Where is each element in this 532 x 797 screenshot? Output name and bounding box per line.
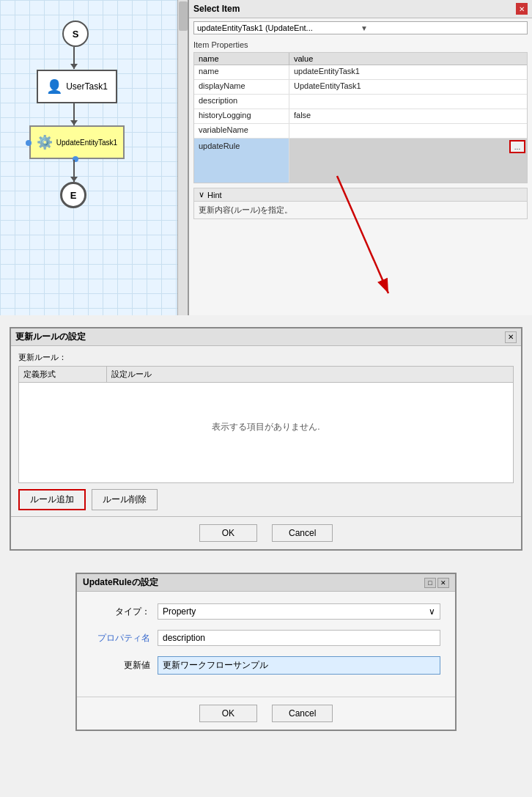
user-task-node[interactable]: 👤 UserTask1: [37, 70, 117, 103]
connector-dot-left: [26, 140, 32, 146]
prop-row-description[interactable]: description: [194, 95, 527, 109]
dialog-update-rule-footer: OK Cancel: [11, 516, 521, 549]
middle-section-wrapper: 更新ルールの設定 ✕ 更新ルール： 定義形式 設定ルール 表示する項目がありませ…: [0, 315, 532, 562]
item-properties-label: Item Properties: [189, 37, 532, 52]
diagram-scrollbar[interactable]: [177, 0, 188, 315]
settings-ok-button[interactable]: OK: [199, 705, 257, 722]
properties-close-button[interactable]: ✕: [516, 3, 528, 15]
dialog-update-rule-titlebar: 更新ルールの設定 ✕: [11, 328, 521, 346]
update-rule-cancel-button[interactable]: Cancel: [272, 524, 333, 542]
select-item-title: Select Item: [193, 4, 240, 14]
update-rule-table: 定義形式 設定ルール 表示する項目がありません.: [18, 366, 514, 483]
settings-close-button[interactable]: ✕: [437, 578, 449, 588]
update-rule-section-label: 更新ルール：: [18, 352, 514, 363]
arrow-2: [73, 103, 75, 125]
hint-header: ∨ Hint: [194, 188, 527, 202]
update-rule-ok-button[interactable]: OK: [199, 524, 257, 542]
end-node[interactable]: E: [60, 182, 86, 208]
property-name-label: プロパティ名: [92, 632, 158, 644]
type-select[interactable]: Property ∨: [158, 603, 440, 620]
update-task-node[interactable]: ⚙️ UpdateEntityTask1: [29, 125, 125, 159]
type-label: タイプ：: [92, 606, 158, 618]
prop-row-name[interactable]: name updateEntityTask1: [194, 65, 527, 80]
select-item-header: Select Item ✕: [189, 0, 532, 18]
dialog-settings-title-buttons: □ ✕: [424, 578, 449, 588]
dialog-update-rule-body: 更新ルール： 定義形式 設定ルール 表示する項目がありません. ルール追加 ルー…: [11, 346, 521, 516]
dialog-update-rule: 更新ルールの設定 ✕ 更新ルール： 定義形式 設定ルール 表示する項目がありませ…: [10, 327, 522, 551]
hint-section: ∨ Hint 更新内容(ルール)を指定。: [193, 188, 528, 219]
dialog-settings-title: UpdateRuleの設定: [83, 576, 158, 589]
dialog-update-rule-title: 更新ルールの設定: [15, 331, 86, 343]
properties-panel: Select Item ✕ updateEntityTask1 (UpdateE…: [189, 0, 532, 315]
type-select-arrow-icon: ∨: [429, 606, 435, 617]
scrollbar-thumb: [179, 1, 188, 31]
property-name-input[interactable]: description: [158, 630, 440, 646]
settings-body: タイプ： Property ∨ プロパティ名 description 更新値: [77, 592, 455, 697]
update-rule-label: updateRule: [194, 139, 289, 183]
prop-row-displayname[interactable]: displayName UpdateEntityTask1: [194, 80, 527, 95]
diagram-area: S 👤 UserTask1 ⚙️ UpdateEntityTask1 E: [0, 0, 189, 315]
settings-footer: OK Cancel: [77, 697, 455, 730]
delete-rule-button[interactable]: ルール削除: [92, 489, 158, 510]
settings-cancel-button[interactable]: Cancel: [272, 705, 333, 722]
dialog-update-rule-settings: UpdateRuleの設定 □ ✕ タイプ： Property ∨: [75, 573, 457, 731]
update-task-icon: ⚙️: [37, 134, 53, 150]
update-rule-action-buttons: ルール追加 ルール削除: [18, 489, 514, 510]
hint-label: Hint: [207, 191, 222, 199]
minimize-button[interactable]: □: [424, 578, 436, 588]
col-value-header: value: [289, 53, 527, 65]
bottom-section-wrapper: UpdateRuleの設定 □ ✕ タイプ： Property ∨: [0, 562, 532, 741]
prop-row-variablename[interactable]: variableName: [194, 124, 527, 139]
arrow-1: [73, 47, 75, 69]
update-rule-value: ...: [289, 139, 527, 183]
update-value-row: 更新値 更新ワークフローサンプル: [92, 656, 440, 675]
start-node[interactable]: S: [62, 21, 89, 47]
select-item-dropdown[interactable]: updateEntityTask1 (UpdateEnt... ▼: [193, 21, 528, 34]
update-value-input[interactable]: 更新ワークフローサンプル: [158, 656, 440, 675]
ellipsis-button[interactable]: ...: [509, 140, 525, 153]
col-name-header: name: [194, 53, 289, 65]
type-row: タイプ： Property ∨: [92, 603, 440, 620]
update-rule-table-header: 定義形式 設定ルール: [19, 367, 513, 383]
add-rule-button[interactable]: ルール追加: [18, 489, 86, 510]
prop-table-header: name value: [194, 53, 527, 65]
prop-row-historylogging[interactable]: historyLogging false: [194, 109, 527, 124]
dropdown-arrow-icon: ▼: [361, 24, 524, 32]
col-definition-header: 定義形式: [19, 367, 107, 382]
dialog-update-rule-close[interactable]: ✕: [505, 331, 517, 343]
dialog-settings-titlebar: UpdateRuleの設定 □ ✕: [77, 574, 455, 592]
arrow-3: [73, 160, 75, 182]
user-task-icon: 👤: [46, 78, 62, 95]
hint-body: 更新内容(ルール)を指定。: [194, 202, 527, 218]
update-rule-empty-message: 表示する項目がありません.: [19, 383, 513, 471]
property-table: name value name updateEntityTask1 displa…: [193, 52, 528, 183]
col-setting-header: 設定ルール: [107, 367, 513, 382]
update-rule-row[interactable]: updateRule ...: [194, 139, 527, 183]
property-name-row: プロパティ名 description: [92, 630, 440, 646]
update-value-label: 更新値: [92, 659, 158, 672]
chevron-right-icon: ∨: [199, 190, 204, 199]
